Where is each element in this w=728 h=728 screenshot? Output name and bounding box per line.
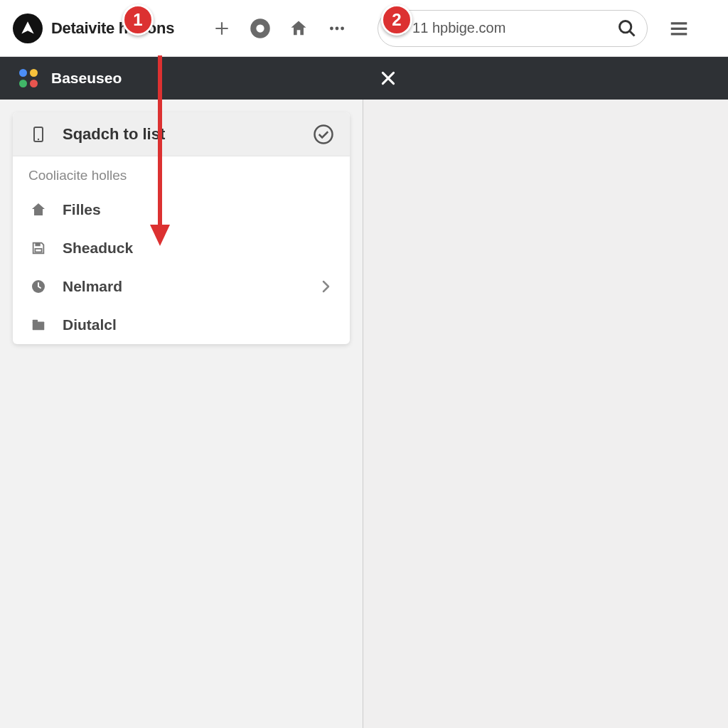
main-area: Sqadch to list Cooliacite holles Filles …: [0, 100, 728, 728]
right-panel: [363, 100, 728, 728]
menu-item-nelmard[interactable]: Nelmard: [13, 267, 350, 306]
brand-name: Baseuseo: [51, 70, 122, 87]
menu-card: Sqadch to list Cooliacite holles Filles …: [13, 112, 350, 344]
address-bar[interactable]: 11 hpbige.com: [378, 10, 648, 47]
clock-icon: [30, 278, 47, 295]
close-panel-button[interactable]: [377, 67, 400, 90]
card-header-title: Sqadch to list: [63, 125, 313, 144]
save-icon: [31, 240, 46, 256]
svg-point-2: [330, 26, 333, 30]
menu-button[interactable]: [663, 13, 695, 44]
top-toolbar: Detaivite h rtions 11 hpbige.com: [0, 0, 728, 57]
svg-point-4: [341, 26, 344, 30]
check-circle-icon: [313, 124, 334, 145]
home-button[interactable]: [285, 15, 312, 42]
new-tab-button[interactable]: [208, 15, 235, 42]
section-label: Cooliacite holles: [13, 156, 350, 191]
app-window: Detaivite h rtions 11 hpbige.com: [0, 0, 728, 728]
svg-point-7: [620, 21, 631, 32]
svg-point-3: [336, 26, 339, 30]
svg-point-14: [315, 125, 333, 143]
svg-rect-16: [35, 249, 41, 252]
svg-point-13: [38, 138, 39, 139]
dark-strip-right: [363, 67, 728, 90]
svg-rect-18: [33, 321, 45, 330]
svg-line-8: [630, 31, 635, 36]
svg-rect-11: [671, 33, 687, 35]
home-icon: [30, 201, 47, 218]
record-button[interactable]: [247, 15, 274, 42]
more-button[interactable]: [323, 15, 350, 42]
brand-logo-icon: [18, 68, 38, 88]
dark-strip-left: Baseuseo: [0, 68, 363, 88]
step-badge-2: 2: [381, 4, 412, 36]
address-wrap: 11 hpbige.com: [378, 10, 715, 47]
hamburger-icon: [668, 18, 690, 39]
menu-item-sheaduck[interactable]: Sheaduck: [13, 229, 350, 267]
chevron-right-icon: [317, 278, 334, 295]
left-panel: Sqadch to list Cooliacite holles Filles …: [0, 100, 363, 728]
home-icon: [289, 18, 309, 38]
svg-rect-15: [35, 243, 40, 247]
menu-item-label: Filles: [63, 201, 334, 218]
menu-item-label: Nelmard: [63, 278, 317, 295]
record-icon: [250, 18, 271, 39]
svg-rect-10: [671, 27, 687, 29]
svg-point-1: [256, 24, 264, 32]
app-logo: [13, 14, 43, 43]
step-badge-1: 1: [122, 4, 154, 36]
phone-icon: [30, 126, 47, 143]
menu-item-label: Diutalcl: [63, 316, 334, 333]
plus-icon: [213, 19, 231, 38]
address-text: 11 hpbige.com: [412, 20, 613, 36]
card-header[interactable]: Sqadch to list: [13, 112, 350, 156]
more-icon: [328, 19, 346, 38]
menu-item-diutalcl[interactable]: Diutalcl: [13, 306, 350, 344]
svg-rect-19: [33, 320, 38, 323]
folder-icon: [31, 317, 46, 333]
triangle-icon: [18, 19, 37, 38]
dark-strip: Baseuseo: [0, 57, 728, 100]
svg-rect-9: [671, 22, 687, 24]
app-title: Detaivite h rtions: [51, 19, 174, 38]
menu-item-filles[interactable]: Filles: [13, 191, 350, 229]
close-icon: [379, 69, 397, 87]
search-go-icon[interactable]: [617, 18, 637, 38]
menu-item-label: Sheaduck: [63, 240, 334, 257]
